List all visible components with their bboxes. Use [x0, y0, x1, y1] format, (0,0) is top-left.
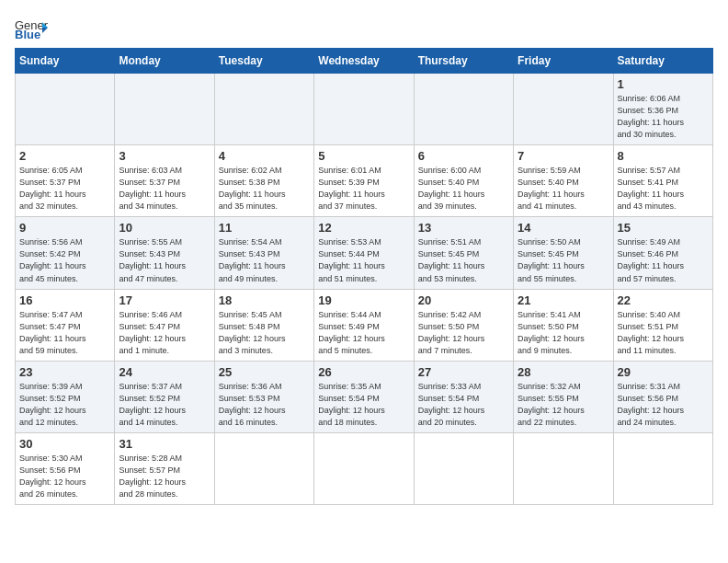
weekday-header-sunday: Sunday: [16, 49, 115, 74]
day-number: 29: [618, 365, 709, 379]
day-number: 10: [119, 221, 210, 235]
calendar-row: 23Sunrise: 5:39 AM Sunset: 5:52 PM Dayli…: [16, 361, 713, 432]
calendar-cell: [613, 432, 712, 504]
day-number: 28: [518, 365, 609, 379]
calendar-cell: 5Sunrise: 6:01 AM Sunset: 5:39 PM Daylig…: [314, 145, 414, 217]
day-info: Sunrise: 6:03 AM Sunset: 5:37 PM Dayligh…: [119, 165, 210, 213]
day-number: 4: [219, 149, 310, 163]
calendar-cell: 31Sunrise: 5:28 AM Sunset: 5:57 PM Dayli…: [115, 432, 214, 504]
calendar-row: 30Sunrise: 5:30 AM Sunset: 5:56 PM Dayli…: [16, 432, 713, 504]
calendar-cell: 26Sunrise: 5:35 AM Sunset: 5:54 PM Dayli…: [314, 361, 414, 432]
day-number: 30: [19, 437, 110, 451]
day-info: Sunrise: 5:51 AM Sunset: 5:45 PM Dayligh…: [418, 236, 509, 284]
calendar-cell: [414, 432, 513, 504]
day-number: 12: [318, 221, 409, 235]
day-number: 21: [518, 293, 609, 307]
day-number: 11: [219, 221, 310, 235]
calendar-cell: 12Sunrise: 5:53 AM Sunset: 5:44 PM Dayli…: [314, 217, 414, 289]
day-info: Sunrise: 5:54 AM Sunset: 5:43 PM Dayligh…: [219, 236, 310, 284]
weekday-header-friday: Friday: [514, 49, 613, 74]
day-info: Sunrise: 5:33 AM Sunset: 5:54 PM Dayligh…: [418, 381, 509, 429]
svg-text:Blue: Blue: [15, 28, 40, 40]
day-number: 8: [618, 149, 709, 163]
calendar-cell: 7Sunrise: 5:59 AM Sunset: 5:40 PM Daylig…: [514, 145, 613, 217]
calendar-cell: 25Sunrise: 5:36 AM Sunset: 5:53 PM Dayli…: [214, 361, 313, 432]
day-info: Sunrise: 5:41 AM Sunset: 5:50 PM Dayligh…: [518, 309, 609, 357]
day-number: 14: [518, 221, 609, 235]
day-number: 6: [418, 149, 509, 163]
day-info: Sunrise: 5:57 AM Sunset: 5:41 PM Dayligh…: [618, 165, 709, 213]
day-info: Sunrise: 5:39 AM Sunset: 5:52 PM Dayligh…: [19, 381, 110, 429]
day-number: 24: [119, 365, 210, 379]
day-info: Sunrise: 5:28 AM Sunset: 5:57 PM Dayligh…: [119, 453, 210, 500]
calendar-cell: 16Sunrise: 5:47 AM Sunset: 5:47 PM Dayli…: [16, 289, 115, 361]
day-number: 26: [318, 365, 409, 379]
day-info: Sunrise: 5:56 AM Sunset: 5:42 PM Dayligh…: [19, 236, 110, 284]
calendar-cell: [214, 74, 313, 145]
day-number: 9: [19, 221, 110, 235]
page-header: General Blue: [15, 15, 713, 40]
calendar-cell: 17Sunrise: 5:46 AM Sunset: 5:47 PM Dayli…: [115, 289, 214, 361]
calendar-cell: 11Sunrise: 5:54 AM Sunset: 5:43 PM Dayli…: [214, 217, 313, 289]
calendar-header-row: SundayMondayTuesdayWednesdayThursdayFrid…: [16, 49, 713, 74]
day-info: Sunrise: 6:05 AM Sunset: 5:37 PM Dayligh…: [19, 165, 110, 213]
calendar-row: 9Sunrise: 5:56 AM Sunset: 5:42 PM Daylig…: [16, 217, 713, 289]
day-info: Sunrise: 5:40 AM Sunset: 5:51 PM Dayligh…: [618, 309, 709, 357]
day-number: 22: [618, 293, 709, 307]
logo-icon: General Blue: [15, 15, 48, 40]
calendar-row: 1Sunrise: 6:06 AM Sunset: 5:36 PM Daylig…: [16, 74, 713, 145]
day-number: 31: [119, 437, 210, 451]
day-info: Sunrise: 6:01 AM Sunset: 5:39 PM Dayligh…: [318, 165, 409, 213]
day-info: Sunrise: 6:00 AM Sunset: 5:40 PM Dayligh…: [418, 165, 509, 213]
calendar-cell: 1Sunrise: 6:06 AM Sunset: 5:36 PM Daylig…: [613, 74, 712, 145]
calendar-cell: 6Sunrise: 6:00 AM Sunset: 5:40 PM Daylig…: [414, 145, 513, 217]
day-info: Sunrise: 5:47 AM Sunset: 5:47 PM Dayligh…: [19, 309, 110, 357]
day-number: 2: [19, 149, 110, 163]
day-number: 7: [518, 149, 609, 163]
day-number: 1: [618, 77, 709, 91]
weekday-header-tuesday: Tuesday: [214, 49, 313, 74]
day-info: Sunrise: 5:50 AM Sunset: 5:45 PM Dayligh…: [518, 236, 609, 284]
calendar-cell: 21Sunrise: 5:41 AM Sunset: 5:50 PM Dayli…: [514, 289, 613, 361]
day-number: 23: [19, 365, 110, 379]
calendar-cell: 27Sunrise: 5:33 AM Sunset: 5:54 PM Dayli…: [414, 361, 513, 432]
calendar-cell: [514, 74, 613, 145]
day-info: Sunrise: 5:44 AM Sunset: 5:49 PM Dayligh…: [318, 309, 409, 357]
day-info: Sunrise: 5:36 AM Sunset: 5:53 PM Dayligh…: [219, 381, 310, 429]
day-number: 16: [19, 293, 110, 307]
calendar-cell: 14Sunrise: 5:50 AM Sunset: 5:45 PM Dayli…: [514, 217, 613, 289]
day-number: 15: [618, 221, 709, 235]
calendar-cell: [414, 74, 513, 145]
calendar-cell: 19Sunrise: 5:44 AM Sunset: 5:49 PM Dayli…: [314, 289, 414, 361]
day-info: Sunrise: 5:37 AM Sunset: 5:52 PM Dayligh…: [119, 381, 210, 429]
calendar-cell: 15Sunrise: 5:49 AM Sunset: 5:46 PM Dayli…: [613, 217, 712, 289]
calendar-cell: 23Sunrise: 5:39 AM Sunset: 5:52 PM Dayli…: [16, 361, 115, 432]
day-info: Sunrise: 5:42 AM Sunset: 5:50 PM Dayligh…: [418, 309, 509, 357]
calendar-cell: [16, 74, 115, 145]
day-info: Sunrise: 5:46 AM Sunset: 5:47 PM Dayligh…: [119, 309, 210, 357]
day-info: Sunrise: 6:06 AM Sunset: 5:36 PM Dayligh…: [618, 93, 709, 141]
calendar-cell: 2Sunrise: 6:05 AM Sunset: 5:37 PM Daylig…: [16, 145, 115, 217]
calendar-row: 2Sunrise: 6:05 AM Sunset: 5:37 PM Daylig…: [16, 145, 713, 217]
calendar-cell: 22Sunrise: 5:40 AM Sunset: 5:51 PM Dayli…: [613, 289, 712, 361]
calendar-row: 16Sunrise: 5:47 AM Sunset: 5:47 PM Dayli…: [16, 289, 713, 361]
day-info: Sunrise: 5:45 AM Sunset: 5:48 PM Dayligh…: [219, 309, 310, 357]
weekday-header-wednesday: Wednesday: [314, 49, 414, 74]
calendar-cell: 8Sunrise: 5:57 AM Sunset: 5:41 PM Daylig…: [613, 145, 712, 217]
day-number: 25: [219, 365, 310, 379]
calendar-cell: 10Sunrise: 5:55 AM Sunset: 5:43 PM Dayli…: [115, 217, 214, 289]
day-number: 18: [219, 293, 310, 307]
day-number: 20: [418, 293, 509, 307]
weekday-header-saturday: Saturday: [613, 49, 712, 74]
weekday-header-thursday: Thursday: [414, 49, 513, 74]
day-info: Sunrise: 5:55 AM Sunset: 5:43 PM Dayligh…: [119, 236, 210, 284]
day-info: Sunrise: 5:32 AM Sunset: 5:55 PM Dayligh…: [518, 381, 609, 429]
day-info: Sunrise: 5:30 AM Sunset: 5:56 PM Dayligh…: [19, 453, 110, 500]
day-number: 19: [318, 293, 409, 307]
day-info: Sunrise: 5:35 AM Sunset: 5:54 PM Dayligh…: [318, 381, 409, 429]
day-number: 5: [318, 149, 409, 163]
calendar-cell: 30Sunrise: 5:30 AM Sunset: 5:56 PM Dayli…: [16, 432, 115, 504]
calendar-cell: [514, 432, 613, 504]
day-info: Sunrise: 5:53 AM Sunset: 5:44 PM Dayligh…: [318, 236, 409, 284]
day-info: Sunrise: 5:49 AM Sunset: 5:46 PM Dayligh…: [618, 236, 709, 284]
